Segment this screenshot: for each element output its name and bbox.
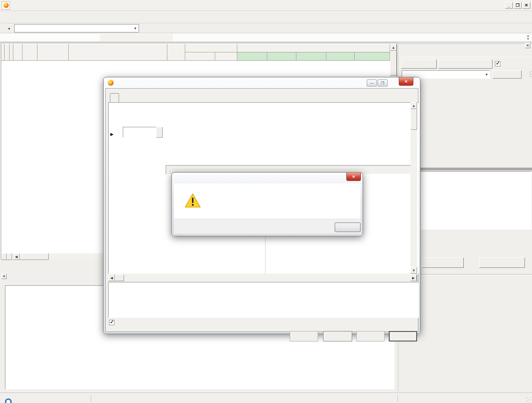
open-windows-menu[interactable]: ▼ [2,23,14,33]
tab-rates[interactable] [110,93,119,102]
sheet-spinner[interactable]: ▲▼ [527,34,530,41]
search-dialog-titlebar[interactable]: — ❐ ✕ [104,77,420,88]
row-marker-icon: ▶ [110,132,114,136]
panel-tabstrip: ▼ ▼ [0,23,532,33]
col-qty-per-unit[interactable] [215,52,237,61]
warning-dialog: ✕ [172,172,363,236]
minimize-button[interactable]: _ [505,2,513,9]
col-qty-group[interactable] [185,44,237,52]
close-after-insert-checkbox[interactable] [109,320,114,325]
col-num[interactable] [22,44,37,61]
ok-button[interactable] [335,223,360,232]
rpanel-close-icon[interactable]: ✕ [525,43,530,48]
sheet-bar: ▲▼ [0,33,532,42]
panel-close-icon[interactable]: ✕ [1,274,7,279]
col-name[interactable] [69,44,167,61]
main-toolbar [0,11,532,23]
warning-close-icon[interactable]: ✕ [346,173,361,181]
add-button[interactable] [492,70,522,79]
insert-button[interactable] [356,331,385,341]
title-bar: _ ❐ ✕ [0,0,532,11]
col-mater[interactable] [296,52,326,61]
col-zp-mash[interactable] [355,52,390,61]
col-emm[interactable] [326,52,355,61]
back-button[interactable] [290,331,318,341]
clear-all-button[interactable] [401,59,437,69]
addition-checkbox[interactable] [495,61,500,67]
col-ut[interactable] [13,44,22,61]
cancel-button[interactable] [479,257,525,268]
col-price-level-group[interactable] [237,44,390,52]
col-just[interactable] [37,44,69,61]
apply-button[interactable] [422,257,464,268]
status-logo-icon [5,398,12,403]
dialog-vscrollbar[interactable]: ▲ ▼ [410,102,417,274]
pick-from-reference-button[interactable] [438,59,492,69]
col-unit[interactable] [167,44,185,61]
dialog-close-icon[interactable]: ✕ [399,77,413,86]
col-pz[interactable] [267,52,296,61]
restore-button[interactable]: ❐ [514,2,522,9]
add-checkbox[interactable] [530,72,532,77]
close-button[interactable]: ✕ [522,2,530,9]
resize-grip[interactable] [526,397,532,403]
app-icon [2,1,10,10]
warning-titlebar[interactable]: ✕ [172,173,363,183]
col-qty-total[interactable] [185,52,215,61]
dialog-minimize-button[interactable]: — [367,79,377,87]
warning-triangle-icon [185,193,201,208]
dialog-restore-button[interactable]: ❐ [378,79,388,87]
dialog-icon [108,80,114,86]
result-list[interactable] [108,282,419,318]
code-edit-button[interactable] [156,127,163,138]
price-level-combo[interactable]: ▼ [14,24,139,32]
dialog-hscrollbar[interactable]: ◀ ▶ [108,274,417,281]
formula-box [100,34,173,41]
code-edit-box[interactable] [123,127,156,138]
status-bar [0,393,532,403]
close-dialog-button[interactable] [389,331,417,341]
col-pl-total[interactable] [237,52,267,61]
next-button[interactable] [323,331,352,341]
